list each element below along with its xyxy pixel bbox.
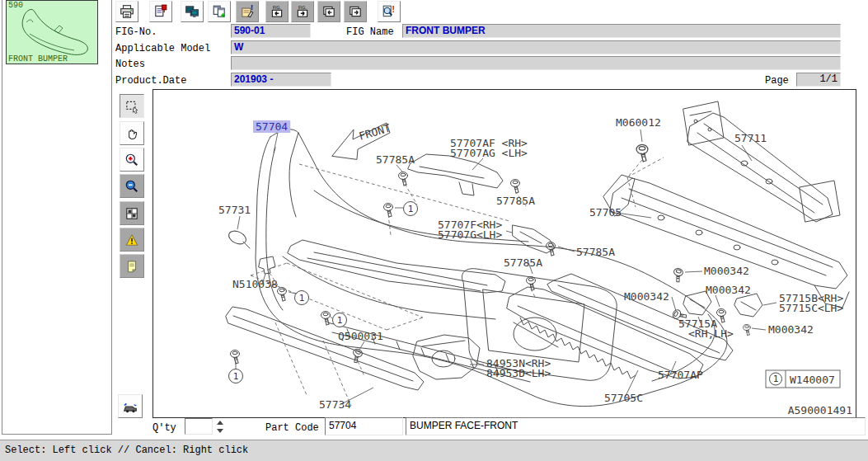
tool-button-pan-hand[interactable] <box>120 121 144 145</box>
zoom-in <box>124 153 139 167</box>
tool-button-warning[interactable] <box>120 228 144 252</box>
part-label-57731[interactable]: 57731 <box>218 204 251 216</box>
toolbar-button-document-properties[interactable] <box>149 1 172 22</box>
callout-marker: 1 <box>295 291 309 305</box>
toolbar-button-note-pointer[interactable]: ! <box>236 1 259 22</box>
part-label-84953dlh[interactable]: 84953D<LH> <box>486 367 551 379</box>
tool-button-notes[interactable] <box>120 254 144 278</box>
part-label-57705[interactable]: 57705 <box>589 206 622 219</box>
parts-diagram: 5770457785A57707AF <RH>57707AG <LH>M0600… <box>153 90 856 417</box>
part-label-57734[interactable]: 57734 <box>319 398 351 411</box>
fit-page <box>124 206 139 221</box>
page-field: 1/1 <box>796 73 841 87</box>
parts-catalog-window: 590 FRONT BUMPER !FIG.FIG.! FIG-No. 590-… <box>0 0 868 461</box>
applicable-model-label: Applicable Model <box>115 43 210 54</box>
svg-text:FIG.: FIG. <box>298 5 307 10</box>
pan-hand <box>124 126 139 141</box>
toolbar-button-printer[interactable] <box>115 1 138 22</box>
part-label-rhlh[interactable]: <RH,LH> <box>688 327 734 340</box>
qty-spin-down-icon[interactable] <box>217 429 223 433</box>
bolt-icons <box>231 144 751 364</box>
qty-spin-up-icon[interactable] <box>217 421 223 425</box>
fig-no-label: FIG-No. <box>115 26 157 38</box>
part-label-57715clh[interactable]: 57715C<LH> <box>779 302 843 314</box>
part-code-label: Part Code <box>265 422 319 434</box>
part-label-57705c[interactable]: 57705C <box>604 392 643 404</box>
status-bar: Select: Left click // Cancel: Right clic… <box>0 440 868 461</box>
svg-text:1: 1 <box>299 293 305 303</box>
page-label: Page <box>765 75 789 87</box>
toolbar-button-fig-previous[interactable]: FIG. <box>265 1 289 22</box>
vehicle <box>123 399 138 414</box>
toolbar-button-dual-monitor[interactable] <box>181 1 204 22</box>
copy-window-icon <box>212 4 227 19</box>
part-label-m000342[interactable]: M000342 <box>624 290 669 303</box>
front-label: FRONT <box>358 122 392 143</box>
svg-text:FRONT: FRONT <box>358 122 392 143</box>
callout-marker: 1 <box>404 202 418 216</box>
drawing-number: A590001491 <box>788 404 852 416</box>
part-label-57785a[interactable]: 57785A <box>496 195 535 207</box>
clip-57731-art <box>227 228 250 248</box>
part-name-field: BUMPER FACE-FRONT <box>406 417 866 435</box>
ref-box-w140007: 1W140007 <box>766 370 840 388</box>
part-label-57785a[interactable]: 57785A <box>504 256 542 269</box>
toolbar-button-search-alert[interactable]: ! <box>378 1 401 22</box>
fig-previous-icon: FIG. <box>270 4 284 19</box>
part-label-m060012[interactable]: M060012 <box>616 116 661 129</box>
part-label-m000342[interactable]: M000342 <box>704 265 749 277</box>
callout-marker: 1 <box>229 369 243 383</box>
qty-input[interactable] <box>185 418 213 435</box>
part-label-57785a[interactable]: 57785A <box>576 246 615 258</box>
part-label-57711[interactable]: 57711 <box>734 132 767 144</box>
svg-text:!: ! <box>251 4 253 12</box>
toolbar-button-copy-window[interactable] <box>208 1 231 22</box>
part-label-57704[interactable]: 57704 <box>256 120 288 133</box>
part-label-q500031[interactable]: Q500031 <box>338 330 383 342</box>
figure-list-panel: 590 FRONT BUMPER <box>2 0 112 435</box>
product-date-label: Product.Date <box>115 75 186 87</box>
figure-thumbnail-front-bumper[interactable]: 590 FRONT BUMPER <box>6 0 98 64</box>
notes-field[interactable] <box>231 56 841 70</box>
tool-button-marquee-select[interactable] <box>120 94 144 118</box>
toolbar-button-window-forward[interactable] <box>344 1 367 22</box>
bumper-thumbnail-drawing <box>7 1 96 62</box>
product-date-field[interactable]: 201903 - <box>231 73 331 87</box>
warning <box>124 233 139 247</box>
part-label-57707ap[interactable]: 57707AP <box>658 369 703 381</box>
part-label-m000342[interactable]: M000342 <box>706 284 751 296</box>
toolbar-button-fig-next[interactable]: FIG. <box>291 1 314 22</box>
svg-text:1: 1 <box>408 204 414 214</box>
part-code-input[interactable]: 57704 <box>325 417 403 435</box>
part-label-57785a[interactable]: 57785A <box>376 153 415 166</box>
callout-marker: 1 <box>333 313 347 327</box>
part-label-57707glh[interactable]: 57707G<LH> <box>438 228 502 241</box>
svg-text:1: 1 <box>337 315 343 326</box>
zoom-out <box>124 179 139 194</box>
toolbar-button-window-back[interactable] <box>317 1 340 22</box>
svg-text:!: ! <box>392 5 394 14</box>
fig-no-field[interactable]: 590-01 <box>231 24 311 38</box>
marquee-select <box>124 99 139 114</box>
notes-label: Notes <box>115 59 145 70</box>
svg-text:1: 1 <box>773 374 779 384</box>
applicable-model-field[interactable]: W <box>231 40 841 54</box>
tool-button-fit-page[interactable] <box>120 201 144 225</box>
fig-name-field[interactable]: FRONT BUMPER <box>402 24 841 38</box>
tool-button-zoom-in[interactable] <box>120 148 144 172</box>
bracket-57707af-art <box>408 154 503 195</box>
thumbnail-caption: FRONT BUMPER <box>8 54 68 64</box>
part-label-57707aglh[interactable]: 57707AG <LH> <box>450 147 528 159</box>
fig-next-icon: FIG. <box>295 4 310 19</box>
svg-text:FIG.: FIG. <box>273 5 281 10</box>
printer-icon <box>120 4 134 19</box>
part-label-n510038[interactable]: N510038 <box>232 278 278 290</box>
part-label-m000342[interactable]: M000342 <box>768 323 814 336</box>
qty-label: Q'ty <box>152 422 176 434</box>
tool-button-vehicle[interactable] <box>118 394 143 418</box>
svg-text:1: 1 <box>233 371 239 382</box>
tool-button-zoom-out[interactable] <box>120 174 144 198</box>
construction-lines <box>251 158 664 406</box>
diagram-canvas[interactable]: 5770457785A57707AF <RH>57707AG <LH>M0600… <box>152 89 856 418</box>
upper-beam-57711-art <box>683 101 840 222</box>
